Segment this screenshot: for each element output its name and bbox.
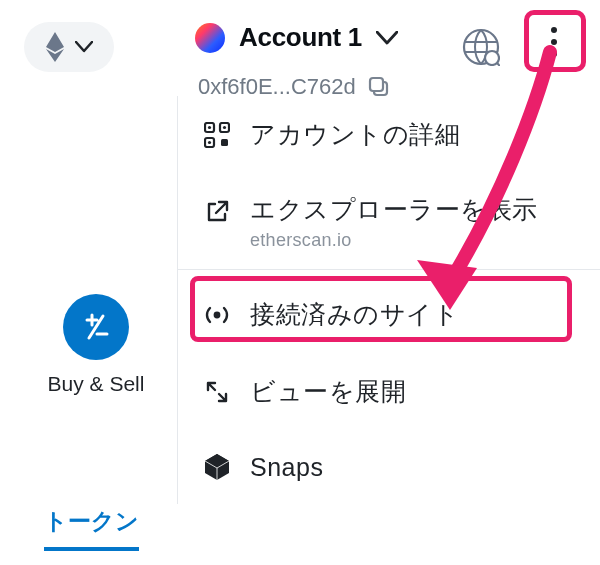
svg-point-12 [214, 311, 221, 318]
ethereum-icon [45, 32, 65, 62]
tab-bar: トークン [0, 506, 139, 551]
menu-item-label: ビューを展開 [250, 375, 406, 408]
copy-icon[interactable] [368, 76, 390, 98]
menu-item-label: 接続済みのサイト [250, 298, 459, 331]
svg-line-2 [497, 63, 500, 66]
menu-item-connected-sites[interactable]: 接続済みのサイト [178, 276, 600, 353]
menu-item-label: アカウントの詳細 [250, 118, 460, 151]
top-bar: Account 1 [0, 0, 600, 72]
network-selector[interactable] [24, 22, 114, 72]
action-label: Buy & Sell [48, 372, 145, 396]
svg-point-1 [485, 51, 499, 65]
menu-item-expand-view[interactable]: ビューを展開 [178, 353, 600, 430]
kebab-menu-button[interactable] [528, 16, 580, 68]
expand-icon [202, 377, 232, 407]
svg-rect-4 [370, 78, 383, 91]
menu-item-snaps[interactable]: Snaps [178, 430, 600, 504]
chevron-down-icon [75, 41, 93, 53]
menu-item-sublabel: etherscan.io [250, 230, 538, 251]
broadcast-icon [202, 300, 232, 330]
cube-icon [202, 452, 232, 482]
svg-rect-8 [221, 139, 228, 146]
connected-globe-icon[interactable] [462, 28, 500, 66]
external-link-icon [202, 197, 232, 227]
account-name: Account 1 [239, 22, 362, 53]
menu-item-label: Snaps [250, 453, 323, 482]
account-selector[interactable]: Account 1 [195, 22, 398, 53]
svg-point-11 [208, 140, 211, 143]
chevron-down-icon [376, 31, 398, 45]
svg-point-9 [208, 125, 211, 128]
menu-item-account-details[interactable]: アカウントの詳細 [178, 96, 600, 173]
menu-item-label: エクスプローラーを表示 [250, 193, 538, 226]
account-avatar [195, 23, 225, 53]
kebab-icon [551, 27, 557, 57]
action-buy-sell[interactable]: Buy & Sell [46, 294, 146, 400]
svg-point-10 [223, 125, 226, 128]
menu-item-explorer[interactable]: エクスプローラーを表示 etherscan.io [178, 173, 600, 263]
tab-tokens[interactable]: トークン [44, 506, 139, 551]
menu-separator [178, 269, 600, 270]
account-options-menu: アカウントの詳細 エクスプローラーを表示 etherscan.io 接続済みのサ… [178, 96, 600, 504]
plus-minus-icon [63, 294, 129, 360]
qr-icon [202, 120, 232, 150]
